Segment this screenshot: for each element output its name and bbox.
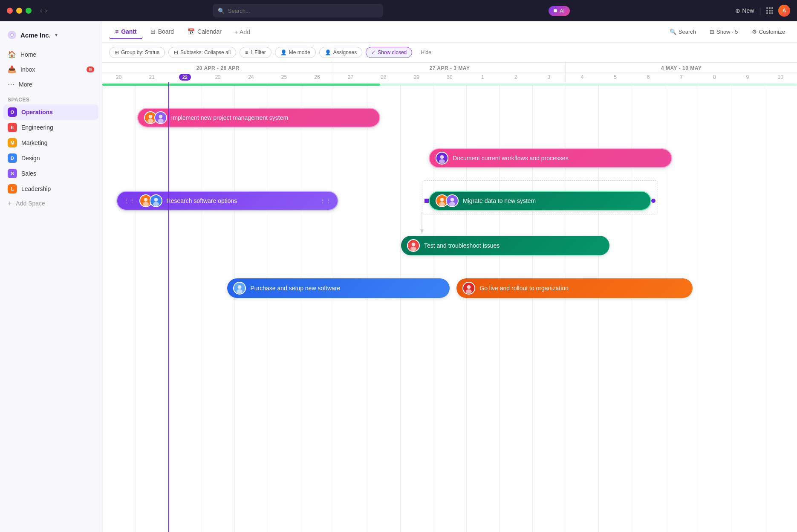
- group-icon: ⊞: [115, 49, 119, 55]
- forward-button[interactable]: ›: [45, 7, 47, 14]
- svg-point-1: [11, 34, 13, 36]
- svg-marker-27: [420, 229, 424, 234]
- search-input[interactable]: [228, 8, 378, 14]
- brand-name: Acme Inc.: [20, 32, 51, 39]
- hide-button[interactable]: Hide: [416, 47, 436, 58]
- search-view-button[interactable]: 🔍 Search: [664, 26, 701, 38]
- space-icon-operations: O: [8, 107, 17, 117]
- svg-point-3: [148, 115, 152, 119]
- subtask-icon: ⊟: [174, 49, 178, 55]
- progress-fill: [102, 84, 380, 86]
- task-migrate-data[interactable]: Migrate data to new system: [429, 191, 651, 211]
- date-group-3: 4 MAY - 10 MAY 4 5 6 7 8 9 10: [566, 63, 797, 82]
- svg-point-16: [153, 202, 159, 206]
- sidebar-item-more[interactable]: ⋯ More: [3, 77, 98, 92]
- date-day: 25: [268, 72, 301, 82]
- resize-right-icon[interactable]: ⋮⋮: [320, 197, 332, 204]
- inbox-icon: 📥: [8, 65, 16, 73]
- tab-label: Calendar: [197, 28, 222, 35]
- space-icon-engineering: E: [8, 123, 17, 132]
- task-test-troubleshoot[interactable]: Test and troubleshoot issues: [401, 236, 609, 255]
- search-icon: 🔍: [670, 29, 676, 35]
- gantt-icon: ≡: [115, 28, 118, 35]
- avatar: [436, 152, 448, 165]
- date-group-label: 27 APR - 3 MAY: [334, 63, 566, 72]
- search-bar[interactable]: 🔍: [213, 4, 383, 17]
- new-button[interactable]: ⊕ New: [735, 7, 754, 14]
- connector-arrow: [422, 212, 450, 238]
- sidebar-item-leadership[interactable]: L Leadership: [3, 181, 98, 197]
- sidebar-item-inbox[interactable]: 📥 Inbox 9: [3, 62, 98, 77]
- filter-show-closed[interactable]: ✓ Show closed: [366, 47, 412, 58]
- show-button[interactable]: ⊟ Show · 5: [705, 26, 743, 38]
- add-view-button[interactable]: + Add: [229, 26, 255, 38]
- task-research-software[interactable]: ⋮⋮ Research software options ⋮⋮: [116, 191, 339, 211]
- sidebar-item-engineering[interactable]: E Engineering: [3, 120, 98, 135]
- window-controls: [7, 8, 32, 14]
- progress-bar-container: [102, 82, 797, 87]
- date-day: 20: [102, 72, 136, 82]
- space-label: Design: [21, 155, 40, 162]
- gantt-canvas: TODAY Implement new project management s…: [102, 82, 797, 532]
- tab-gantt[interactable]: ≡ Gantt: [109, 25, 143, 39]
- search-icon: 🔍: [218, 8, 225, 14]
- sidebar-item-design[interactable]: D Design: [3, 150, 98, 166]
- date-day: 27: [334, 72, 367, 82]
- sidebar-item-home[interactable]: 🏠 Home: [3, 47, 98, 62]
- person-icon: 👤: [280, 49, 287, 55]
- svg-point-24: [412, 243, 416, 246]
- task-label: Migrate data to new system: [463, 197, 536, 204]
- resize-left-icon[interactable]: ⋮⋮: [123, 197, 135, 204]
- add-space-button[interactable]: + Add Space: [3, 197, 98, 210]
- filter-group-by[interactable]: ⊞ Group by: Status: [109, 47, 165, 58]
- home-icon: 🏠: [8, 50, 16, 58]
- task-document-workflows[interactable]: Document current workflows and processes: [429, 148, 672, 168]
- more-icon: ⋯: [8, 80, 14, 88]
- minimize-button[interactable]: [16, 8, 22, 14]
- date-day: 29: [400, 72, 433, 82]
- avatar: [407, 239, 420, 252]
- tab-calendar[interactable]: 📅 Calendar: [182, 25, 228, 39]
- svg-point-13: [143, 202, 149, 206]
- tab-board[interactable]: ⊞ Board: [144, 25, 180, 39]
- gantt-area: 20 APR - 26 APR 20 21 22 23 24 25 26: [102, 63, 797, 532]
- filter-me-mode[interactable]: 👤 Me mode: [275, 47, 316, 58]
- task-implement-pms[interactable]: Implement new project management system: [137, 108, 381, 127]
- filter-assignees[interactable]: 👤 Assignees: [319, 47, 362, 58]
- date-day: 4: [566, 72, 599, 82]
- ai-button[interactable]: AI: [549, 6, 570, 16]
- date-day: 8: [698, 72, 731, 82]
- brand[interactable]: Acme Inc. ▾: [3, 26, 98, 43]
- task-avatars: [436, 152, 448, 165]
- connection-dot-right: [651, 199, 656, 203]
- svg-point-9: [440, 155, 444, 159]
- svg-point-18: [440, 198, 444, 202]
- svg-point-10: [439, 159, 445, 164]
- user-avatar[interactable]: A: [778, 5, 790, 17]
- space-icon-marketing: M: [8, 138, 17, 147]
- grid-icon[interactable]: [766, 7, 773, 14]
- task-go-live[interactable]: Go live and rollout to organization: [456, 278, 693, 298]
- date-day: 1: [466, 72, 500, 82]
- back-button[interactable]: ‹: [40, 7, 42, 14]
- sidebar-item-sales[interactable]: S Sales: [3, 166, 98, 181]
- space-icon-design: D: [8, 153, 17, 163]
- task-avatars: [436, 194, 459, 207]
- svg-point-32: [467, 285, 471, 289]
- date-day: 21: [136, 72, 169, 82]
- date-day: 2: [499, 72, 532, 82]
- sidebar-item-marketing[interactable]: M Marketing: [3, 135, 98, 150]
- filter-count[interactable]: ≡ 1 Filter: [240, 47, 271, 58]
- close-button[interactable]: [7, 8, 13, 14]
- date-day: 30: [433, 72, 466, 82]
- date-group-1: 20 APR - 26 APR 20 21 22 23 24 25 26: [102, 63, 334, 82]
- maximize-button[interactable]: [26, 8, 32, 14]
- avatar: [154, 111, 167, 124]
- main-content: ≡ Gantt ⊞ Board 📅 Calendar + Add 🔍 Searc…: [102, 21, 797, 532]
- space-label: Sales: [21, 170, 36, 177]
- task-purchase-software[interactable]: Purchase and setup new software: [227, 278, 450, 298]
- customize-button[interactable]: ⚙ Customize: [747, 26, 790, 38]
- filter-subtasks[interactable]: ⊟ Subtasks: Collapse all: [168, 47, 236, 58]
- app-layout: Acme Inc. ▾ 🏠 Home 📥 Inbox 9 ⋯ More Spac…: [0, 21, 797, 532]
- sidebar-item-operations[interactable]: O Operations: [3, 104, 98, 120]
